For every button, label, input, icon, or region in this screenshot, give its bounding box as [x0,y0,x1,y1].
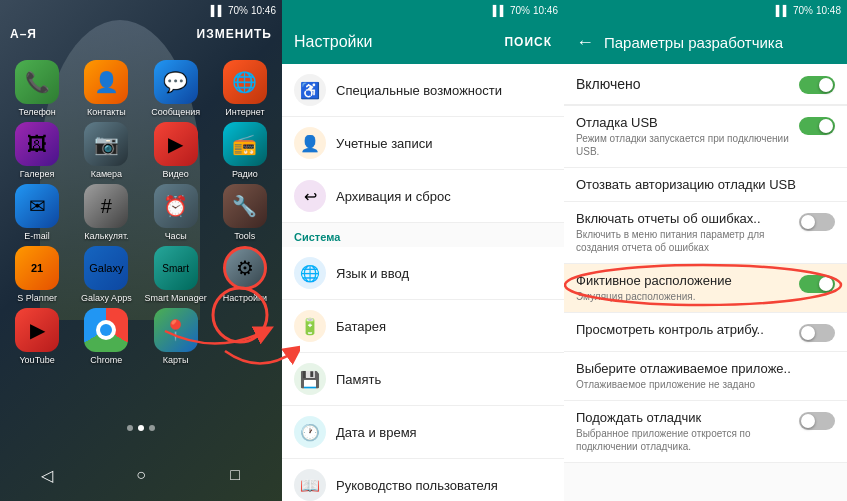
app-clock[interactable]: ⏰ Часы [144,184,208,241]
back-button[interactable]: ← [576,32,594,53]
wait-debugger-toggle[interactable] [799,412,835,430]
calc-label: Калькулят. [84,231,128,241]
smartmgr-label: Smart Manager [145,293,207,303]
error-reports-toggle[interactable] [799,213,835,231]
dev-item-view-attr[interactable]: Просмотреть контроль атрибу.. [564,313,847,352]
home-bottom-bar: ◁ ○ □ [0,459,282,491]
dev-item-fake-location[interactable]: Фиктивное расположение Эмуляция располож… [564,264,847,313]
app-tools[interactable]: 🔧 Tools [213,184,277,241]
accounts-icon: 👤 [294,127,326,159]
lang-icon: 🌐 [294,257,326,289]
video-label: Видео [162,169,188,179]
developer-enabled-row: Включено [564,64,847,106]
settings-item-userguide[interactable]: 📖 Руководство пользователя [282,459,564,501]
special-icon: ♿ [294,74,326,106]
debug-app-title: Выберите отлаживаемое приложе.. [576,361,835,376]
recents-button[interactable]: □ [219,459,251,491]
nav-dots [127,425,155,431]
userguide-label: Руководство пользователя [336,478,498,493]
dev-item-wait-debugger[interactable]: Подождать отладчик Выбранное приложение … [564,401,847,463]
battery-text: 70% [510,5,530,16]
battery-label: Батарея [336,319,386,334]
datetime-icon: 🕐 [294,416,326,448]
home-status-bar: ▌▌ 70% 10:46 [0,0,282,20]
internet-icon: 🌐 [223,60,267,104]
home-top-bar: А–Я ИЗМЕНИТЬ [0,20,282,48]
app-email[interactable]: ✉ E-mail [5,184,69,241]
back-button[interactable]: ◁ [31,459,63,491]
radio-label: Радио [232,169,258,179]
youtube-icon: ▶ [15,308,59,352]
apps-grid: 📞 Телефон 👤 Контакты 💬 Сообщения 🌐 Интер… [0,55,282,370]
sort-label[interactable]: А–Я [10,27,37,41]
dev-item-error-reports[interactable]: Включать отчеты об ошибках.. Включить в … [564,202,847,264]
app-chrome[interactable]: Chrome [74,308,138,365]
phone-label: Телефон [18,107,55,117]
app-contacts[interactable]: 👤 Контакты [74,60,138,117]
settings-item-memory[interactable]: 💾 Память [282,353,564,406]
dev-item-usb-debug[interactable]: Отладка USB Режим отладки запускается пр… [564,106,847,168]
phone-icon: 📞 [15,60,59,104]
error-reports-desc: Включить в меню питания параметр для соз… [576,228,791,254]
memory-label: Память [336,372,381,387]
email-label: E-mail [24,231,50,241]
app-gallery[interactable]: 🖼 Галерея [5,122,69,179]
app-radio[interactable]: 📻 Радио [213,122,277,179]
radio-icon: 📻 [223,122,267,166]
app-camera[interactable]: 📷 Камера [74,122,138,179]
signal-icon: ▌▌ [211,5,225,16]
app-calc[interactable]: # Калькулят. [74,184,138,241]
enabled-toggle[interactable] [799,76,835,94]
smartmgr-icon: Smart [154,246,198,290]
youtube-label: YouTube [19,355,54,365]
datetime-label: Дата и время [336,425,417,440]
chrome-label: Chrome [90,355,122,365]
app-phone[interactable]: 📞 Телефон [5,60,69,117]
camera-icon: 📷 [84,122,128,166]
settings-search-button[interactable]: ПОИСК [504,35,552,49]
settings-status-bar: ▌▌ 70% 10:46 [282,0,564,20]
app-splanner[interactable]: 21 S Planner [5,246,69,303]
signal-icon: ▌▌ [493,5,507,16]
developer-status-bar: ▌▌ 70% 10:48 [564,0,847,20]
fake-location-toggle[interactable] [799,275,835,293]
app-internet[interactable]: 🌐 Интернет [213,60,277,117]
camera-label: Камера [91,169,122,179]
debug-app-desc: Отлаживаемое приложение не задано [576,378,835,391]
dev-item-revoke-usb[interactable]: Отозвать авторизацию отладки USB [564,168,847,202]
gallery-label: Галерея [20,169,55,179]
app-settings[interactable]: ⚙ Настройки [213,246,277,303]
app-sms[interactable]: 💬 Сообщения [144,60,208,117]
settings-item-backup[interactable]: ↩ Архивация и сброс [282,170,564,223]
view-attr-toggle[interactable] [799,324,835,342]
video-icon: ▶ [154,122,198,166]
memory-icon: 💾 [294,363,326,395]
splanner-label: S Planner [17,293,57,303]
settings-item-accounts[interactable]: 👤 Учетные записи [282,117,564,170]
battery-text: 70% [228,5,248,16]
settings-list: ♿ Специальные возможности 👤 Учетные запи… [282,64,564,501]
dev-item-attr-text: Просмотреть контроль атрибу.. [576,322,791,337]
developer-header: ← Параметры разработчика [564,20,847,64]
app-galaxyapps[interactable]: Galaxy Galaxy Apps [74,246,138,303]
home-button[interactable]: ○ [125,459,157,491]
settings-item-battery[interactable]: 🔋 Батарея [282,300,564,353]
edit-label[interactable]: ИЗМЕНИТЬ [197,27,272,41]
time-text: 10:48 [816,5,841,16]
settings-item-lang[interactable]: 🌐 Язык и ввод [282,247,564,300]
app-smartmgr[interactable]: Smart Smart Manager [144,246,208,303]
userguide-icon: 📖 [294,469,326,501]
usb-debug-title: Отладка USB [576,115,791,130]
app-video[interactable]: ▶ Видео [144,122,208,179]
settings-label: Настройки [223,293,267,303]
usb-debug-toggle[interactable] [799,117,835,135]
backup-icon: ↩ [294,180,326,212]
maps-icon: 📍 [154,308,198,352]
settings-item-datetime[interactable]: 🕐 Дата и время [282,406,564,459]
dev-item-debug-app[interactable]: Выберите отлаживаемое приложе.. Отлажива… [564,352,847,401]
internet-label: Интернет [225,107,264,117]
app-youtube[interactable]: ▶ YouTube [5,308,69,365]
settings-item-special[interactable]: ♿ Специальные возможности [282,64,564,117]
gallery-icon: 🖼 [15,122,59,166]
app-maps[interactable]: 📍 Карты [144,308,208,365]
